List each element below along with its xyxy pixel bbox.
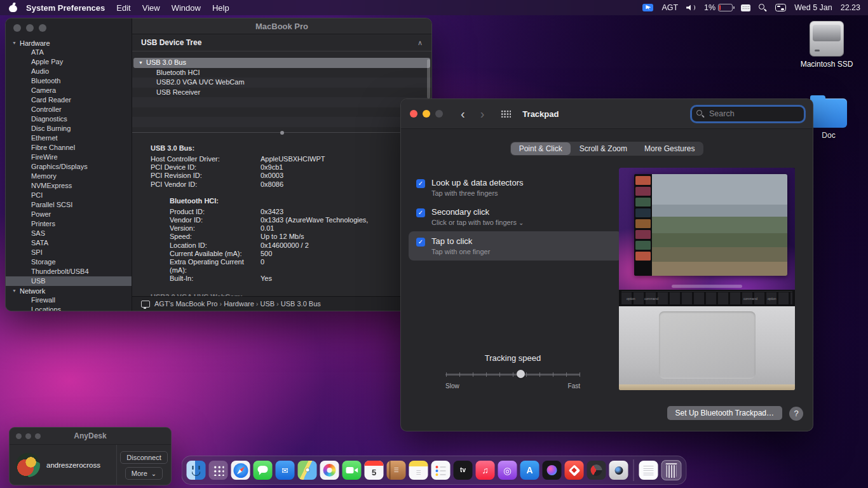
photo-booth-dock-icon[interactable] bbox=[609, 461, 628, 480]
facetime-dock-icon[interactable] bbox=[342, 461, 362, 480]
contacts-dock-icon[interactable]: ☰ bbox=[387, 461, 406, 480]
back-button[interactable]: ‹ bbox=[459, 107, 466, 121]
minimize-button[interactable] bbox=[25, 433, 31, 439]
sidebar-item-ata[interactable]: ATA bbox=[6, 48, 132, 57]
disconnect-button[interactable]: Disconnect bbox=[120, 451, 167, 464]
messages-dock-icon[interactable] bbox=[254, 461, 273, 480]
sidebar-item-disc-burning[interactable]: Disc Burning bbox=[6, 124, 132, 133]
textedit-dock-icon[interactable] bbox=[639, 461, 658, 480]
finder-dock-icon[interactable] bbox=[187, 461, 206, 480]
sidebar-item-memory[interactable]: Memory bbox=[6, 172, 132, 181]
sidebar-item-bluetooth[interactable]: Bluetooth bbox=[6, 76, 132, 86]
search-input[interactable] bbox=[708, 109, 782, 119]
menu-view[interactable]: View bbox=[137, 3, 166, 13]
device-tree-row-usb-receiver[interactable]: USB Receiver bbox=[132, 88, 431, 98]
menu-edit[interactable]: Edit bbox=[111, 3, 136, 13]
option-secondary-click[interactable]: ✓Secondary clickClick or tap with two fi… bbox=[416, 202, 618, 231]
show-all-grid-icon[interactable] bbox=[501, 110, 511, 118]
checkbox-checked[interactable]: ✓ bbox=[416, 238, 425, 247]
device-tree-row-usb2-0-vga-uvc-webcam[interactable]: USB2.0 VGA UVC WebCam bbox=[132, 78, 431, 88]
keyboard-input-icon[interactable] bbox=[741, 4, 750, 11]
menu-time[interactable]: 22.23 bbox=[841, 3, 860, 12]
trash-dock-icon[interactable] bbox=[661, 460, 682, 480]
search-field[interactable] bbox=[692, 107, 804, 121]
sidebar-item-ethernet[interactable]: Ethernet bbox=[6, 133, 132, 143]
sidebar-item-camera[interactable]: Camera bbox=[6, 86, 132, 95]
more-button[interactable]: More ⌄ bbox=[125, 467, 163, 480]
battery-status[interactable]: 1% bbox=[704, 3, 733, 12]
collapse-chevron-icon[interactable]: ∧ bbox=[417, 39, 423, 47]
spotlight-search-icon[interactable] bbox=[759, 4, 767, 12]
device-tree-header[interactable]: USB Device Tree ∧ bbox=[132, 34, 431, 51]
pane-splitter-handle[interactable] bbox=[132, 132, 431, 133]
device-tree-row-usb-3-0-bus[interactable]: ▼USB 3.0 Bus bbox=[133, 58, 430, 68]
menu-window[interactable]: Window bbox=[166, 3, 207, 13]
sidebar-item-graphics-displays[interactable]: Graphics/Displays bbox=[6, 162, 132, 172]
checkbox-checked[interactable]: ✓ bbox=[416, 208, 425, 217]
safari-dock-icon[interactable] bbox=[231, 461, 250, 480]
minimize-button[interactable] bbox=[26, 24, 34, 32]
menu-user-label[interactable]: AGT bbox=[661, 3, 678, 12]
maps-dock-icon[interactable] bbox=[298, 461, 317, 480]
window-title[interactable]: MacBook Pro bbox=[132, 18, 431, 34]
sidebar-item-storage[interactable]: Storage bbox=[6, 257, 132, 267]
music-dock-icon[interactable]: ♫ bbox=[476, 461, 495, 480]
device-tree-row-bluetooth-hci[interactable]: Bluetooth HCI bbox=[132, 68, 431, 78]
breadcrumb-item[interactable]: Hardware bbox=[224, 300, 254, 308]
close-button[interactable] bbox=[410, 110, 417, 118]
sidebar-item-sata[interactable]: SATA bbox=[6, 238, 132, 248]
volume-icon[interactable] bbox=[686, 4, 696, 11]
reminders-dock-icon[interactable] bbox=[431, 461, 451, 480]
tracking-speed-slider[interactable] bbox=[445, 370, 580, 379]
calendar-dock-icon[interactable]: 5 bbox=[365, 461, 384, 480]
sidebar-item-sas[interactable]: SAS bbox=[6, 229, 132, 238]
screen-sharing-icon[interactable] bbox=[642, 4, 653, 11]
podcasts-dock-icon[interactable]: ◎ bbox=[498, 461, 517, 480]
sidebar-item-firewall[interactable]: Firewall bbox=[6, 295, 132, 305]
app-menu-title[interactable]: System Preferences bbox=[20, 3, 111, 13]
slider-knob[interactable] bbox=[517, 370, 525, 378]
tab-more-gestures[interactable]: More Gestures bbox=[636, 142, 703, 155]
tv-dock-icon[interactable]: tv bbox=[454, 461, 473, 480]
sidebar-item-spi[interactable]: SPI bbox=[6, 248, 132, 257]
sidebar-item-apple-pay[interactable]: Apple Pay bbox=[6, 57, 132, 67]
sidebar-item-nvmexpress[interactable]: NVMExpress bbox=[6, 181, 132, 191]
close-button[interactable] bbox=[13, 24, 21, 32]
control-center-icon[interactable] bbox=[775, 4, 786, 11]
sidebar-section-network[interactable]: ▼Network bbox=[6, 286, 132, 295]
sidebar-item-firewire[interactable]: FireWire bbox=[6, 152, 132, 162]
sidebar-item-diagnostics[interactable]: Diagnostics bbox=[6, 114, 132, 124]
sidebar-item-printers[interactable]: Printers bbox=[6, 219, 132, 229]
sidebar-item-pci[interactable]: PCI bbox=[6, 191, 132, 200]
forward-button[interactable]: › bbox=[479, 107, 486, 121]
minimize-button[interactable] bbox=[423, 110, 430, 118]
option-look-up-data-detectors[interactable]: ✓Look up & data detectorsTap with three … bbox=[416, 173, 618, 202]
anydesk-dock-icon[interactable] bbox=[565, 461, 584, 480]
dark-red-app-dock-icon[interactable] bbox=[587, 461, 606, 480]
apple-menu-icon[interactable] bbox=[9, 3, 17, 12]
sidebar-item-card-reader[interactable]: Card Reader bbox=[6, 95, 132, 105]
mail-dock-icon[interactable]: ✉ bbox=[276, 461, 295, 480]
setup-bluetooth-trackpad-button[interactable]: Set Up Bluetooth Trackpad… bbox=[667, 406, 782, 420]
breadcrumb[interactable]: AGT’s MacBook Pro›Hardware›USB›USB 3.0 B… bbox=[154, 300, 321, 308]
sidebar-section-hardware[interactable]: ▼Hardware bbox=[6, 38, 132, 48]
close-button[interactable] bbox=[16, 433, 22, 439]
launchpad-dock-icon[interactable] bbox=[209, 461, 228, 480]
notes-dock-icon[interactable]: ☰ bbox=[409, 461, 428, 480]
sidebar-item-controller[interactable]: Controller bbox=[6, 105, 132, 114]
sidebar-item-audio[interactable]: Audio bbox=[6, 67, 132, 76]
breadcrumb-item[interactable]: USB bbox=[260, 300, 275, 308]
breadcrumb-item[interactable]: USB 3.0 Bus bbox=[281, 300, 321, 308]
option-tap-to-click[interactable]: ✓Tap to clickTap with one finger bbox=[409, 231, 622, 261]
sidebar-item-locations[interactable]: Locations bbox=[6, 305, 132, 311]
breadcrumb-item[interactable]: AGT’s MacBook Pro bbox=[154, 300, 217, 308]
checkbox-checked[interactable]: ✓ bbox=[416, 179, 425, 188]
app-store-dock-icon[interactable]: A bbox=[520, 461, 539, 480]
sidebar-item-thunderbolt-usb4[interactable]: Thunderbolt/USB4 bbox=[6, 267, 132, 276]
zoom-button[interactable] bbox=[435, 110, 443, 118]
sidebar-item-fibre-channel[interactable]: Fibre Channel bbox=[6, 143, 132, 152]
tab-point-click[interactable]: Point & Click bbox=[511, 142, 571, 155]
siri-dock-icon[interactable] bbox=[543, 461, 562, 480]
zoom-button[interactable] bbox=[35, 433, 41, 439]
desktop-icon-macintosh-ssd[interactable]: Macintosh SSD bbox=[796, 21, 857, 69]
